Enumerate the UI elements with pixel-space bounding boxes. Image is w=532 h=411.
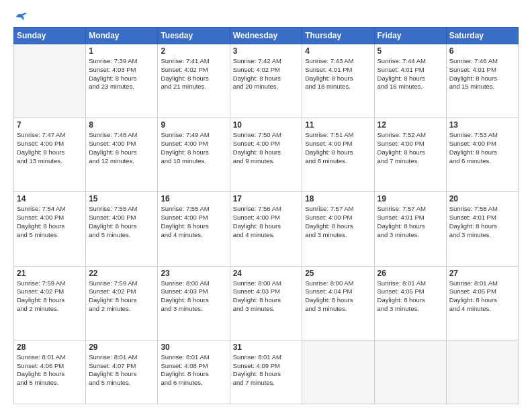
calendar-cell: 4Sunrise: 7:43 AM Sunset: 4:01 PM Daylig… [302,44,374,118]
calendar-cell: 23Sunrise: 8:00 AM Sunset: 4:03 PM Dayli… [158,266,230,340]
calendar-cell: 10Sunrise: 7:50 AM Sunset: 4:00 PM Dayli… [230,118,302,192]
calendar-cell: 19Sunrise: 7:57 AM Sunset: 4:01 PM Dayli… [374,192,446,266]
day-number: 18 [305,194,371,203]
day-info: Sunrise: 7:50 AM Sunset: 4:00 PM Dayligh… [233,131,300,165]
calendar-day-header: Wednesday [230,28,302,44]
day-info: Sunrise: 8:01 AM Sunset: 4:05 PM Dayligh… [449,279,515,314]
day-info: Sunrise: 7:44 AM Sunset: 4:01 PM Dayligh… [378,57,443,91]
calendar-cell: 26Sunrise: 8:01 AM Sunset: 4:05 PM Dayli… [374,266,446,340]
calendar-cell: 13Sunrise: 7:53 AM Sunset: 4:00 PM Dayli… [446,118,518,192]
calendar-cell: 7Sunrise: 7:47 AM Sunset: 4:00 PM Daylig… [14,118,86,192]
day-info: Sunrise: 8:01 AM Sunset: 4:05 PM Dayligh… [378,279,443,314]
calendar-cell: 24Sunrise: 8:00 AM Sunset: 4:03 PM Dayli… [230,266,302,340]
day-number: 21 [17,269,83,278]
calendar-week-row: 28Sunrise: 8:01 AM Sunset: 4:06 PM Dayli… [14,340,519,404]
day-info: Sunrise: 7:57 AM Sunset: 4:01 PM Dayligh… [378,205,443,239]
calendar-cell: 20Sunrise: 7:58 AM Sunset: 4:01 PM Dayli… [446,192,518,266]
day-info: Sunrise: 7:39 AM Sunset: 4:03 PM Dayligh… [89,57,154,91]
calendar-cell [374,340,446,404]
day-info: Sunrise: 8:00 AM Sunset: 4:03 PM Dayligh… [233,279,300,314]
day-info: Sunrise: 8:01 AM Sunset: 4:06 PM Dayligh… [17,353,83,387]
day-number: 8 [89,120,154,130]
day-number: 24 [233,269,300,278]
day-number: 19 [378,194,443,203]
calendar-cell: 27Sunrise: 8:01 AM Sunset: 4:05 PM Dayli… [446,266,518,340]
day-number: 7 [17,120,83,130]
calendar-cell: 31Sunrise: 8:01 AM Sunset: 4:09 PM Dayli… [230,340,302,404]
day-info: Sunrise: 7:49 AM Sunset: 4:00 PM Dayligh… [161,131,226,165]
calendar-cell: 17Sunrise: 7:56 AM Sunset: 4:00 PM Dayli… [230,192,302,266]
calendar-cell: 28Sunrise: 8:01 AM Sunset: 4:06 PM Dayli… [14,340,86,404]
day-info: Sunrise: 7:53 AM Sunset: 4:00 PM Dayligh… [449,131,515,165]
day-number: 4 [305,46,371,56]
page: SundayMondayTuesdayWednesdayThursdayFrid… [0,0,532,411]
day-number: 31 [233,342,300,352]
calendar-cell: 9Sunrise: 7:49 AM Sunset: 4:00 PM Daylig… [158,118,230,192]
day-info: Sunrise: 7:54 AM Sunset: 4:00 PM Dayligh… [17,205,83,239]
day-info: Sunrise: 8:00 AM Sunset: 4:04 PM Dayligh… [305,279,371,314]
day-number: 11 [305,120,371,130]
day-number: 10 [233,120,300,130]
day-number: 22 [89,269,154,278]
calendar-cell: 25Sunrise: 8:00 AM Sunset: 4:04 PM Dayli… [302,266,374,340]
day-info: Sunrise: 7:47 AM Sunset: 4:00 PM Dayligh… [17,131,83,165]
day-info: Sunrise: 7:56 AM Sunset: 4:00 PM Dayligh… [233,205,300,239]
day-number: 20 [449,194,515,203]
calendar-day-header: Friday [374,28,446,44]
logo-bird-icon [15,12,27,21]
day-info: Sunrise: 7:58 AM Sunset: 4:01 PM Dayligh… [449,205,515,239]
calendar-week-row: 21Sunrise: 7:59 AM Sunset: 4:02 PM Dayli… [14,266,519,340]
calendar-day-header: Monday [86,28,158,44]
day-info: Sunrise: 7:46 AM Sunset: 4:01 PM Dayligh… [449,57,515,91]
calendar-cell: 5Sunrise: 7:44 AM Sunset: 4:01 PM Daylig… [374,44,446,118]
day-number: 14 [17,194,83,203]
calendar-cell: 22Sunrise: 7:59 AM Sunset: 4:02 PM Dayli… [86,266,158,340]
calendar-header-row: SundayMondayTuesdayWednesdayThursdayFrid… [14,28,519,44]
day-info: Sunrise: 8:01 AM Sunset: 4:09 PM Dayligh… [233,353,300,387]
day-number: 12 [378,120,443,130]
calendar-cell: 1Sunrise: 7:39 AM Sunset: 4:03 PM Daylig… [86,44,158,118]
day-number: 13 [449,120,515,130]
calendar-day-header: Saturday [446,28,518,44]
calendar-cell: 29Sunrise: 8:01 AM Sunset: 4:07 PM Dayli… [86,340,158,404]
calendar-cell: 21Sunrise: 7:59 AM Sunset: 4:02 PM Dayli… [14,266,86,340]
calendar-cell: 8Sunrise: 7:48 AM Sunset: 4:00 PM Daylig… [86,118,158,192]
day-info: Sunrise: 7:52 AM Sunset: 4:00 PM Dayligh… [378,131,443,165]
calendar-cell: 30Sunrise: 8:01 AM Sunset: 4:08 PM Dayli… [158,340,230,404]
day-number: 3 [233,46,300,56]
day-info: Sunrise: 8:00 AM Sunset: 4:03 PM Dayligh… [161,279,226,314]
day-info: Sunrise: 7:41 AM Sunset: 4:02 PM Dayligh… [161,57,226,91]
calendar-cell [14,44,86,118]
calendar-cell: 3Sunrise: 7:42 AM Sunset: 4:02 PM Daylig… [230,44,302,118]
calendar-cell: 16Sunrise: 7:55 AM Sunset: 4:00 PM Dayli… [158,192,230,266]
calendar-week-row: 7Sunrise: 7:47 AM Sunset: 4:00 PM Daylig… [14,118,519,192]
day-number: 5 [378,46,443,56]
day-number: 26 [378,269,443,278]
calendar-day-header: Thursday [302,28,374,44]
calendar-day-header: Tuesday [158,28,230,44]
calendar-cell: 12Sunrise: 7:52 AM Sunset: 4:00 PM Dayli… [374,118,446,192]
day-info: Sunrise: 8:01 AM Sunset: 4:08 PM Dayligh… [161,353,226,387]
day-number: 17 [233,194,300,203]
calendar-cell [302,340,374,404]
calendar-cell: 18Sunrise: 7:57 AM Sunset: 4:00 PM Dayli… [302,192,374,266]
day-number: 29 [89,342,154,352]
calendar-cell: 6Sunrise: 7:46 AM Sunset: 4:01 PM Daylig… [446,44,518,118]
day-number: 25 [305,269,371,278]
logo [13,12,27,21]
day-info: Sunrise: 7:48 AM Sunset: 4:00 PM Dayligh… [89,131,154,165]
day-info: Sunrise: 7:42 AM Sunset: 4:02 PM Dayligh… [233,57,300,91]
day-info: Sunrise: 8:01 AM Sunset: 4:07 PM Dayligh… [89,353,154,387]
calendar-week-row: 14Sunrise: 7:54 AM Sunset: 4:00 PM Dayli… [14,192,519,266]
calendar: SundayMondayTuesdayWednesdayThursdayFrid… [13,27,519,404]
day-number: 15 [89,194,154,203]
day-number: 6 [449,46,515,56]
day-info: Sunrise: 7:51 AM Sunset: 4:00 PM Dayligh… [305,131,371,165]
day-number: 23 [161,269,226,278]
day-info: Sunrise: 7:55 AM Sunset: 4:00 PM Dayligh… [89,205,154,239]
day-number: 2 [161,46,226,56]
calendar-cell [446,340,518,404]
day-info: Sunrise: 7:43 AM Sunset: 4:01 PM Dayligh… [305,57,371,91]
calendar-day-header: Sunday [14,28,86,44]
day-number: 27 [449,269,515,278]
